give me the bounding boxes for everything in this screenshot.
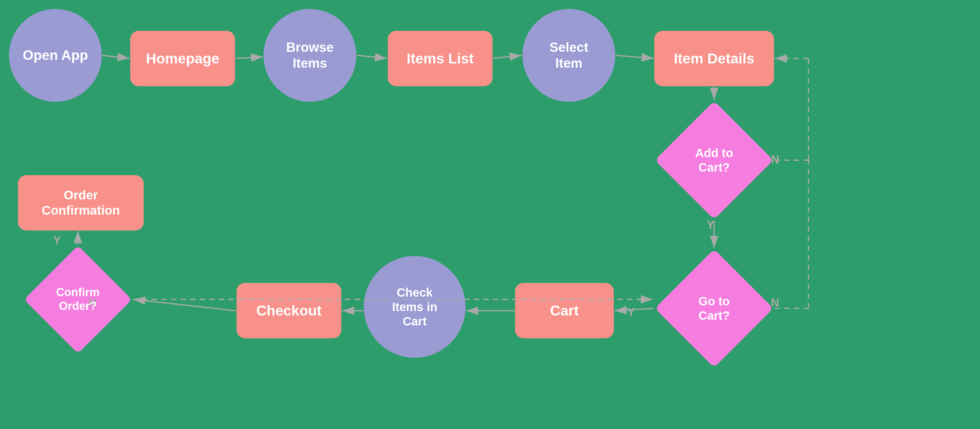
items-list-node: Items List <box>388 31 493 86</box>
svg-line-17 <box>133 299 236 311</box>
go-cart-n-label: N <box>771 296 779 309</box>
svg-line-6 <box>616 56 654 58</box>
check-items-node: CheckItems inCart <box>364 256 466 358</box>
add-cart-n-label: N <box>771 153 779 166</box>
homepage-node: Homepage <box>130 31 235 86</box>
add-cart-y-label: Y <box>706 219 714 231</box>
confirm-order-diamond: ConfirmOrder? <box>24 245 132 353</box>
cart-node: Cart <box>515 283 614 338</box>
item-details-node: Item Details <box>654 31 774 86</box>
svg-line-3 <box>235 57 263 58</box>
add-to-cart-diamond: Add toCart? <box>654 100 774 220</box>
svg-line-4 <box>357 56 387 58</box>
go-cart-y-label: Y <box>627 306 635 319</box>
select-item-node: SelectItem <box>522 9 615 102</box>
checkout-node: Checkout <box>237 283 341 338</box>
svg-line-5 <box>493 56 522 58</box>
go-to-cart-diamond: Go toCart? <box>654 248 774 368</box>
order-confirmation-node: OrderConfirmation <box>18 175 144 230</box>
confirm-n-label: N <box>88 296 96 309</box>
browse-items-node: BrowseItems <box>264 9 356 102</box>
confirm-y-label: Y <box>53 234 61 247</box>
svg-line-2 <box>102 56 129 58</box>
open-app-node: Open App <box>9 9 102 102</box>
